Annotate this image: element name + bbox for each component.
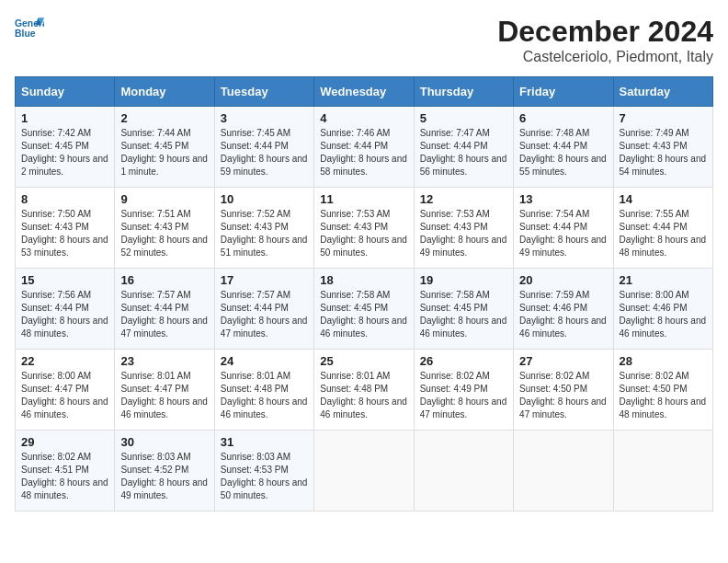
- day-number: 11: [320, 192, 407, 206]
- svg-text:Blue: Blue: [15, 29, 36, 39]
- day-number: 27: [519, 354, 607, 368]
- day-cell: 25Sunrise: 8:01 AMSunset: 4:48 PMDayligh…: [314, 350, 414, 431]
- day-number: 23: [120, 354, 208, 368]
- day-number: 17: [221, 273, 308, 287]
- day-info: Sunrise: 8:02 AMSunset: 4:51 PMDaylight:…: [21, 451, 108, 502]
- col-header-thursday: Thursday: [414, 77, 513, 107]
- col-header-saturday: Saturday: [613, 77, 712, 107]
- day-info: Sunrise: 7:45 AMSunset: 4:44 PMDaylight:…: [221, 127, 308, 178]
- logo-icon: General Blue: [15, 15, 44, 44]
- day-info: Sunrise: 8:01 AMSunset: 4:47 PMDaylight:…: [120, 370, 208, 421]
- week-row-5: 29Sunrise: 8:02 AMSunset: 4:51 PMDayligh…: [16, 431, 713, 511]
- day-info: Sunrise: 8:02 AMSunset: 4:50 PMDaylight:…: [620, 370, 707, 421]
- week-row-4: 22Sunrise: 8:00 AMSunset: 4:47 PMDayligh…: [16, 350, 713, 431]
- day-info: Sunrise: 8:00 AMSunset: 4:47 PMDaylight:…: [21, 370, 108, 421]
- header: General Blue December 2024 Castelceriolo…: [15, 15, 713, 65]
- day-info: Sunrise: 8:01 AMSunset: 4:48 PMDaylight:…: [221, 370, 308, 421]
- day-cell: 12Sunrise: 7:53 AMSunset: 4:43 PMDayligh…: [414, 188, 513, 269]
- col-header-tuesday: Tuesday: [214, 77, 313, 107]
- day-number: 12: [420, 192, 507, 206]
- day-number: 22: [21, 354, 108, 368]
- day-cell: 8Sunrise: 7:50 AMSunset: 4:43 PMDaylight…: [16, 188, 115, 269]
- day-cell: 18Sunrise: 7:58 AMSunset: 4:45 PMDayligh…: [314, 269, 414, 350]
- header-row: SundayMondayTuesdayWednesdayThursdayFrid…: [16, 77, 713, 107]
- day-cell: 6Sunrise: 7:48 AMSunset: 4:44 PMDaylight…: [514, 107, 613, 188]
- day-info: Sunrise: 7:58 AMSunset: 4:45 PMDaylight:…: [420, 289, 507, 340]
- day-info: Sunrise: 7:54 AMSunset: 4:44 PMDaylight:…: [519, 208, 607, 259]
- day-cell: 17Sunrise: 7:57 AMSunset: 4:44 PMDayligh…: [214, 269, 313, 350]
- day-number: 18: [320, 273, 407, 287]
- day-info: Sunrise: 7:44 AMSunset: 4:45 PMDaylight:…: [120, 127, 208, 178]
- day-cell: 22Sunrise: 8:00 AMSunset: 4:47 PMDayligh…: [16, 350, 115, 431]
- day-number: 7: [620, 111, 707, 125]
- day-cell: 9Sunrise: 7:51 AMSunset: 4:43 PMDaylight…: [115, 188, 214, 269]
- day-number: 2: [120, 111, 208, 125]
- day-cell: 13Sunrise: 7:54 AMSunset: 4:44 PMDayligh…: [514, 188, 613, 269]
- day-number: 14: [620, 192, 707, 206]
- day-cell: 29Sunrise: 8:02 AMSunset: 4:51 PMDayligh…: [16, 431, 115, 511]
- day-cell: 7Sunrise: 7:49 AMSunset: 4:43 PMDaylight…: [613, 107, 712, 188]
- day-cell: 5Sunrise: 7:47 AMSunset: 4:44 PMDaylight…: [414, 107, 513, 188]
- day-cell: 27Sunrise: 8:02 AMSunset: 4:50 PMDayligh…: [514, 350, 613, 431]
- day-info: Sunrise: 8:03 AMSunset: 4:52 PMDaylight:…: [120, 451, 208, 502]
- day-info: Sunrise: 7:55 AMSunset: 4:44 PMDaylight:…: [620, 208, 707, 259]
- day-cell: 4Sunrise: 7:46 AMSunset: 4:44 PMDaylight…: [314, 107, 414, 188]
- day-cell: 23Sunrise: 8:01 AMSunset: 4:47 PMDayligh…: [115, 350, 214, 431]
- day-cell: 2Sunrise: 7:44 AMSunset: 4:45 PMDaylight…: [115, 107, 214, 188]
- day-number: 15: [21, 273, 108, 287]
- day-info: Sunrise: 7:42 AMSunset: 4:45 PMDaylight:…: [21, 127, 108, 178]
- day-cell: 24Sunrise: 8:01 AMSunset: 4:48 PMDayligh…: [214, 350, 313, 431]
- day-info: Sunrise: 8:03 AMSunset: 4:53 PMDaylight:…: [221, 451, 308, 502]
- day-cell: [613, 431, 712, 511]
- day-number: 13: [519, 192, 607, 206]
- day-cell: [314, 431, 414, 511]
- day-cell: 1Sunrise: 7:42 AMSunset: 4:45 PMDaylight…: [16, 107, 115, 188]
- day-number: 28: [620, 354, 707, 368]
- day-info: Sunrise: 7:48 AMSunset: 4:44 PMDaylight:…: [519, 127, 607, 178]
- day-info: Sunrise: 7:47 AMSunset: 4:44 PMDaylight:…: [420, 127, 507, 178]
- day-info: Sunrise: 7:52 AMSunset: 4:43 PMDaylight:…: [221, 208, 308, 259]
- col-header-sunday: Sunday: [16, 77, 115, 107]
- day-number: 9: [120, 192, 208, 206]
- day-cell: 15Sunrise: 7:56 AMSunset: 4:44 PMDayligh…: [16, 269, 115, 350]
- day-number: 20: [519, 273, 607, 287]
- col-header-monday: Monday: [115, 77, 214, 107]
- title-area: December 2024 Castelceriolo, Piedmont, I…: [497, 15, 713, 65]
- month-title: December 2024: [497, 15, 713, 49]
- day-info: Sunrise: 7:57 AMSunset: 4:44 PMDaylight:…: [120, 289, 208, 340]
- day-info: Sunrise: 7:46 AMSunset: 4:44 PMDaylight:…: [320, 127, 407, 178]
- day-info: Sunrise: 7:53 AMSunset: 4:43 PMDaylight:…: [320, 208, 407, 259]
- col-header-wednesday: Wednesday: [314, 77, 414, 107]
- day-number: 26: [420, 354, 507, 368]
- logo: General Blue: [15, 15, 44, 44]
- day-info: Sunrise: 7:57 AMSunset: 4:44 PMDaylight:…: [221, 289, 308, 340]
- day-number: 5: [420, 111, 507, 125]
- day-cell: 3Sunrise: 7:45 AMSunset: 4:44 PMDaylight…: [214, 107, 313, 188]
- day-info: Sunrise: 7:56 AMSunset: 4:44 PMDaylight:…: [21, 289, 108, 340]
- day-cell: 19Sunrise: 7:58 AMSunset: 4:45 PMDayligh…: [414, 269, 513, 350]
- day-number: 25: [320, 354, 407, 368]
- day-cell: 14Sunrise: 7:55 AMSunset: 4:44 PMDayligh…: [613, 188, 712, 269]
- day-number: 31: [221, 435, 308, 449]
- day-info: Sunrise: 7:59 AMSunset: 4:46 PMDaylight:…: [519, 289, 607, 340]
- day-number: 24: [221, 354, 308, 368]
- week-row-1: 1Sunrise: 7:42 AMSunset: 4:45 PMDaylight…: [16, 107, 713, 188]
- day-cell: 10Sunrise: 7:52 AMSunset: 4:43 PMDayligh…: [214, 188, 313, 269]
- day-cell: [414, 431, 513, 511]
- location-title: Castelceriolo, Piedmont, Italy: [497, 49, 713, 65]
- day-cell: 16Sunrise: 7:57 AMSunset: 4:44 PMDayligh…: [115, 269, 214, 350]
- day-cell: 30Sunrise: 8:03 AMSunset: 4:52 PMDayligh…: [115, 431, 214, 511]
- day-number: 6: [519, 111, 607, 125]
- col-header-friday: Friday: [514, 77, 613, 107]
- day-info: Sunrise: 7:49 AMSunset: 4:43 PMDaylight:…: [620, 127, 707, 178]
- day-info: Sunrise: 7:58 AMSunset: 4:45 PMDaylight:…: [320, 289, 407, 340]
- day-info: Sunrise: 8:02 AMSunset: 4:49 PMDaylight:…: [420, 370, 507, 421]
- day-cell: 31Sunrise: 8:03 AMSunset: 4:53 PMDayligh…: [214, 431, 313, 511]
- day-cell: 28Sunrise: 8:02 AMSunset: 4:50 PMDayligh…: [613, 350, 712, 431]
- day-number: 16: [120, 273, 208, 287]
- day-cell: [514, 431, 613, 511]
- day-number: 1: [21, 111, 108, 125]
- day-number: 8: [21, 192, 108, 206]
- day-number: 29: [21, 435, 108, 449]
- day-info: Sunrise: 7:53 AMSunset: 4:43 PMDaylight:…: [420, 208, 507, 259]
